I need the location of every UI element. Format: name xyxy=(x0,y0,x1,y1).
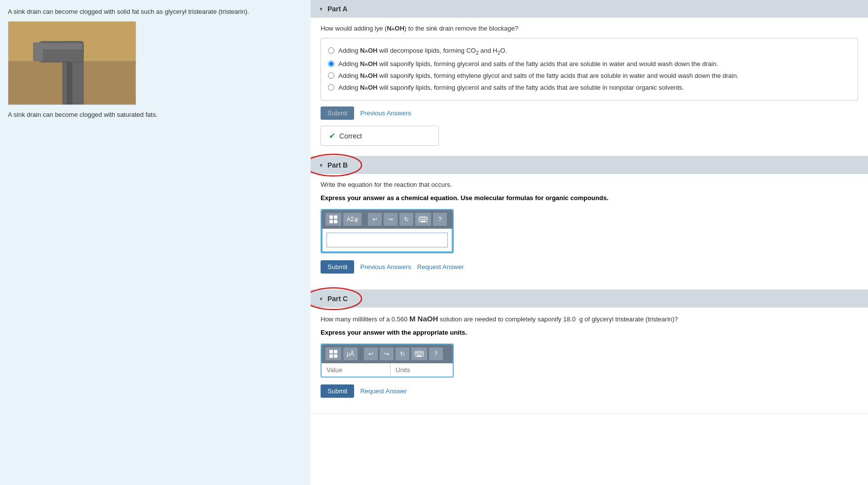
part-a-header[interactable]: ▼ Part A xyxy=(311,0,868,18)
svg-rect-23 xyxy=(426,219,427,220)
option-text-1: Adding NaOH will decompose lipids, formi… xyxy=(338,46,507,57)
svg-rect-35 xyxy=(422,352,423,353)
part-b-input-container: ΑΣφ ↩ ↪ ↻ xyxy=(321,209,454,253)
value-input[interactable] xyxy=(322,363,391,377)
part-b-section: ▼ Part B Write the equation for the reac… xyxy=(311,156,868,290)
part-a-chevron: ▼ xyxy=(319,6,324,12)
svg-rect-34 xyxy=(420,352,421,353)
option-text-3: Adding NaOH will saponify lipids, formin… xyxy=(338,71,739,80)
part-b-header[interactable]: ▼ Part B xyxy=(311,156,868,174)
part-b-actions: Submit Previous Answers Request Answer xyxy=(321,260,858,274)
part-b-content: Write the equation for the reaction that… xyxy=(311,174,868,289)
part-b-redo-btn[interactable]: ↪ xyxy=(384,213,398,226)
part-b-matrix-btn[interactable] xyxy=(326,213,341,226)
svg-rect-10 xyxy=(334,215,337,219)
svg-rect-27 xyxy=(334,350,337,353)
svg-rect-14 xyxy=(420,217,421,218)
part-c-label: Part C xyxy=(327,295,348,303)
part-b-keyboard-btn[interactable] xyxy=(415,213,431,226)
option-radio-2[interactable] xyxy=(328,61,334,67)
part-c-instruction: Express your answer with the appropriate… xyxy=(321,329,858,336)
option-radio-4[interactable] xyxy=(328,84,334,91)
svg-rect-17 xyxy=(424,217,425,218)
svg-rect-11 xyxy=(329,220,333,223)
option-row-2[interactable]: Adding NaOH will saponify lipids, formin… xyxy=(328,60,851,69)
svg-rect-9 xyxy=(329,215,333,219)
correct-box: ✔ Correct xyxy=(321,126,439,146)
part-b-refresh-btn[interactable]: ↻ xyxy=(399,213,413,226)
svg-rect-33 xyxy=(419,352,420,353)
part-b-request-answer-link[interactable]: Request Answer xyxy=(417,263,464,271)
part-b-input-field[interactable] xyxy=(326,233,448,247)
options-box: Adding NaOH will decompose lipids, formi… xyxy=(321,38,858,101)
svg-rect-39 xyxy=(420,354,421,355)
part-b-symbol-btn[interactable]: ΑΣφ xyxy=(343,213,362,226)
part-b-undo-btn[interactable]: ↩ xyxy=(368,213,382,226)
part-c-chevron: ▼ xyxy=(319,296,324,302)
option-text-4: Adding NaOH will saponify lipids, formin… xyxy=(338,83,684,92)
right-panel: ▼ Part A How would adding lye (NaOH) to … xyxy=(311,0,868,485)
svg-rect-12 xyxy=(334,220,337,223)
part-b-submit-button[interactable]: Submit xyxy=(321,260,354,274)
part-b-chevron: ▼ xyxy=(319,163,324,168)
part-a-previous-answers-link[interactable]: Previous Answers xyxy=(360,109,411,117)
svg-rect-26 xyxy=(329,350,333,353)
part-b-toolbar: ΑΣφ ↩ ↪ ↻ xyxy=(322,210,453,229)
part-c-keyboard-btn[interactable] xyxy=(411,347,427,360)
part-b-input-area[interactable] xyxy=(322,229,453,252)
part-c-symbol-btn[interactable]: μÅ xyxy=(343,347,358,360)
svg-rect-6 xyxy=(39,43,82,49)
part-b-header-wrapper: ▼ Part B xyxy=(311,156,868,174)
part-c-header-wrapper: ▼ Part C xyxy=(311,290,868,308)
part-c-redo-btn[interactable]: ↪ xyxy=(380,347,394,360)
option-row-4[interactable]: Adding NaOH will saponify lipids, formin… xyxy=(328,83,851,92)
part-c-actions: Submit Request Answer xyxy=(321,384,858,398)
svg-rect-41 xyxy=(417,355,422,356)
part-b-previous-answers-link[interactable]: Previous Answers xyxy=(360,263,411,271)
part-c-matrix-btn[interactable] xyxy=(326,347,341,360)
option-text-2: Adding NaOH will saponify lipids, formin… xyxy=(338,60,718,69)
toolbar-sep-c-1 xyxy=(361,349,361,359)
part-c-help-btn[interactable]: ? xyxy=(429,347,443,360)
value-units-row xyxy=(322,363,453,377)
intro-text: A sink drain can become clogged with sol… xyxy=(8,8,303,15)
part-c-toolbar: μÅ ↩ ↪ ↻ xyxy=(322,345,453,363)
svg-rect-22 xyxy=(424,219,425,220)
part-b-help-btn[interactable]: ? xyxy=(433,213,447,226)
part-c-submit-button[interactable]: Submit xyxy=(321,384,354,398)
svg-rect-20 xyxy=(421,219,422,220)
part-c-refresh-btn[interactable]: ↻ xyxy=(396,347,409,360)
svg-rect-40 xyxy=(422,354,423,355)
option-radio-1[interactable] xyxy=(328,47,334,54)
part-a-content: How would adding lye (NaOH) to the sink … xyxy=(311,18,868,156)
part-c-header[interactable]: ▼ Part C xyxy=(311,290,868,308)
part-a-label: Part A xyxy=(327,5,348,13)
part-c-content: How many milliliters of a 0.560 M NaOH s… xyxy=(311,308,868,414)
svg-rect-37 xyxy=(417,354,418,355)
part-c-undo-btn[interactable]: ↩ xyxy=(364,347,378,360)
check-icon: ✔ xyxy=(329,131,335,140)
svg-rect-16 xyxy=(423,217,424,218)
caption-text: A sink drain can become clogged with sat… xyxy=(8,111,303,118)
part-a-submit-button[interactable]: Submit xyxy=(321,106,354,120)
part-c-section: ▼ Part C How many milliliters of a 0.560… xyxy=(311,290,868,414)
part-b-instruction: Express your answer as a chemical equati… xyxy=(321,194,858,202)
left-panel: A sink drain can become clogged with sol… xyxy=(0,0,311,485)
svg-rect-19 xyxy=(420,219,421,220)
units-input[interactable] xyxy=(391,363,454,377)
part-c-request-answer-link[interactable]: Request Answer xyxy=(360,387,407,395)
svg-rect-21 xyxy=(423,219,424,220)
svg-rect-7 xyxy=(33,42,43,61)
option-row-1[interactable]: Adding NaOH will decompose lipids, formi… xyxy=(328,46,851,57)
svg-rect-28 xyxy=(329,354,333,358)
svg-rect-18 xyxy=(426,217,427,218)
svg-rect-32 xyxy=(417,352,418,353)
svg-rect-38 xyxy=(419,354,420,355)
pipe-image xyxy=(8,21,136,105)
option-row-3[interactable]: Adding NaOH will saponify lipids, formin… xyxy=(328,71,851,80)
part-a-section: ▼ Part A How would adding lye (NaOH) to … xyxy=(311,0,868,156)
option-radio-3[interactable] xyxy=(328,72,334,79)
svg-rect-29 xyxy=(334,354,337,358)
toolbar-sep-1 xyxy=(364,214,365,224)
part-b-question: Write the equation for the reaction that… xyxy=(321,181,858,188)
